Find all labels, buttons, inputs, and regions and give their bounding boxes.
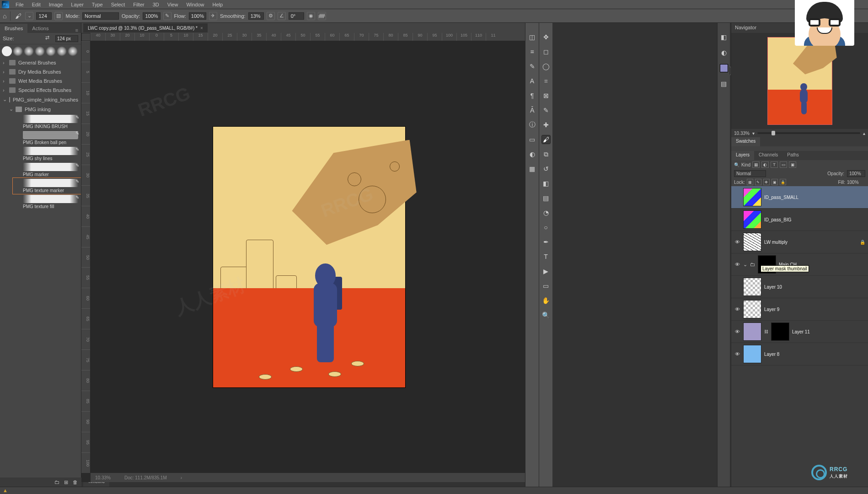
pen-icon[interactable]: ✒ — [542, 238, 550, 246]
marquee-tool-icon[interactable]: ◻ — [542, 48, 550, 56]
gradient-icon[interactable]: ▤ — [542, 194, 550, 202]
home-icon[interactable]: ⌂ — [3, 12, 6, 20]
size-pressure-icon[interactable]: ◉ — [307, 12, 315, 20]
mask-thumbnail[interactable] — [771, 322, 789, 341]
lock-icon[interactable]: 🔒 — [860, 240, 865, 245]
tab-swatches[interactable]: Swatches — [731, 137, 760, 146]
menu-filter[interactable]: Filter — [129, 1, 148, 8]
menu-file[interactable]: File — [12, 1, 27, 8]
brush-subfolder[interactable]: ⌄PMG inking — [6, 104, 81, 114]
layer-name[interactable]: Layer 8 — [764, 352, 865, 357]
flow-field[interactable]: 100% — [189, 12, 206, 20]
history-brush-icon[interactable]: ↺ — [542, 165, 550, 173]
new-group-icon[interactable]: 🗀 — [54, 479, 59, 485]
brush-tool-icon[interactable]: 🖌 — [542, 135, 550, 144]
crop-tool-icon[interactable]: ⌗ — [542, 77, 550, 85]
brush-preset[interactable]: ✎PMG texture marker — [13, 178, 81, 194]
lock-pos-icon[interactable]: ✥ — [763, 179, 770, 185]
link-icon[interactable]: ⛓ — [764, 329, 768, 334]
layer-row[interactable]: Layer 10 — [731, 276, 868, 298]
layer-row[interactable]: ID_pass_SMALL — [731, 186, 868, 209]
dodge-icon[interactable]: ○ — [542, 223, 550, 231]
edit-icon[interactable]: ✎ — [75, 147, 79, 152]
shape-icon[interactable]: ▭ — [542, 282, 550, 290]
layer-thumbnail[interactable] — [743, 300, 761, 318]
menu-select[interactable]: Select — [107, 1, 129, 8]
brush-tip[interactable] — [2, 46, 12, 56]
brush-folder[interactable]: ›Special Effects Brushes — [0, 86, 81, 95]
layer-thumbnail[interactable] — [743, 210, 761, 229]
blur-icon[interactable]: ◔ — [542, 209, 550, 217]
layer-row[interactable]: 👁Layer 8 — [731, 343, 868, 365]
histogram-icon[interactable]: ◫ — [528, 33, 536, 41]
menu-edit[interactable]: Edit — [28, 1, 44, 8]
lock-all-icon[interactable]: 🔒 — [780, 179, 786, 185]
smoothing-field[interactable]: 13% — [248, 12, 264, 20]
docsize-status[interactable]: Doc: 111.2M/835.1M — [124, 475, 167, 480]
brush-tip[interactable] — [46, 46, 56, 56]
layer-name[interactable]: ID_pass_BIG — [764, 217, 865, 222]
layer-opacity-field[interactable]: 100% — [847, 170, 865, 177]
layer-row[interactable]: 👁Layer 9 — [731, 298, 868, 321]
brush-tip[interactable] — [68, 46, 78, 56]
tab-brushes[interactable]: Brushes — [0, 24, 27, 33]
frame-tool-icon[interactable]: ⊠ — [542, 91, 550, 100]
brush-tip[interactable] — [57, 46, 67, 56]
visibility-icon[interactable]: 👁 — [734, 306, 740, 312]
layer-name[interactable]: LW multiply — [764, 240, 857, 245]
brush-folder[interactable]: ⌄PMG_simple_inking_brushes — [0, 95, 81, 104]
expand-icon[interactable]: › — [181, 475, 182, 480]
zoom-status[interactable]: 10.33% — [95, 475, 111, 480]
new-brush-icon[interactable]: ⊞ — [64, 479, 68, 485]
menu-help[interactable]: Help — [209, 1, 227, 8]
tab-paths[interactable]: Paths — [782, 151, 804, 160]
properties-icon[interactable]: ▭ — [528, 135, 536, 144]
panel-icon[interactable]: ◧ — [720, 33, 728, 41]
tab-channels[interactable]: Channels — [754, 151, 782, 160]
layer-thumbnail[interactable] — [743, 322, 761, 341]
menu-window[interactable]: Window — [182, 1, 208, 8]
visibility-icon[interactable]: 👁 — [734, 262, 740, 267]
flip-icon[interactable]: ⇄ — [45, 35, 53, 42]
zoom-icon[interactable]: 🔍 — [542, 311, 550, 319]
adjustments-icon[interactable]: ≡ — [528, 48, 536, 56]
panel-icon[interactable]: ◐ — [720, 48, 728, 57]
color-icon[interactable]: ◐ — [528, 150, 536, 158]
canvas[interactable] — [91, 41, 527, 473]
eraser-icon[interactable]: ◧ — [542, 179, 550, 188]
panel-icon[interactable]: ▤ — [720, 80, 728, 88]
brush-folder[interactable]: ›Dry Media Brushes — [0, 67, 81, 76]
visibility-icon[interactable]: 👁 — [734, 329, 740, 334]
menu-image[interactable]: Image — [45, 1, 67, 8]
hand-icon[interactable]: ✋ — [542, 296, 550, 305]
filter-search-icon[interactable]: 🔍 — [734, 162, 739, 167]
layer-thumbnail[interactable] — [743, 278, 761, 296]
filter-shape-icon[interactable]: ▭ — [780, 161, 787, 168]
filter-adjust-icon[interactable]: ◐ — [761, 161, 769, 168]
blend-mode-select[interactable]: Normal — [82, 12, 119, 20]
menu-layer[interactable]: Layer — [67, 1, 87, 8]
move-tool-icon[interactable]: ✥ — [542, 33, 550, 41]
brush-preset[interactable]: ✎PMG marker — [13, 162, 81, 178]
layer-name[interactable]: Layer 11 — [792, 329, 865, 334]
filter-pixel-icon[interactable]: ▦ — [752, 161, 760, 168]
zoom-slider[interactable] — [757, 132, 860, 134]
filter-kind-select[interactable]: Kind — [741, 162, 750, 167]
visibility-icon[interactable]: 👁 — [734, 239, 740, 245]
zoom-out-icon[interactable]: ▾ — [752, 131, 755, 136]
layer-blend-select[interactable]: Normal — [734, 170, 766, 177]
edit-icon[interactable]: ✎ — [75, 163, 79, 168]
layer-name[interactable]: Layer 9 — [764, 307, 865, 312]
close-icon[interactable]: × — [200, 26, 203, 31]
angle-icon[interactable]: ∠ — [278, 12, 286, 20]
brush-panel-toggle[interactable]: ▧ — [54, 12, 63, 20]
lock-image-icon[interactable]: ✎ — [755, 179, 761, 185]
layer-row[interactable]: 👁⌄🗀Main CHLayer mask thumbnail — [731, 253, 868, 276]
menu-view[interactable]: View — [164, 1, 182, 8]
symmetry-icon[interactable]: ᚏ — [318, 12, 326, 20]
layer-thumbnail[interactable] — [743, 188, 761, 206]
visibility-icon[interactable]: 👁 — [734, 351, 740, 357]
fill-field[interactable]: 100% — [847, 180, 865, 185]
tab-actions[interactable]: Actions — [27, 24, 53, 33]
libraries-icon[interactable]: ▦ — [528, 165, 536, 173]
